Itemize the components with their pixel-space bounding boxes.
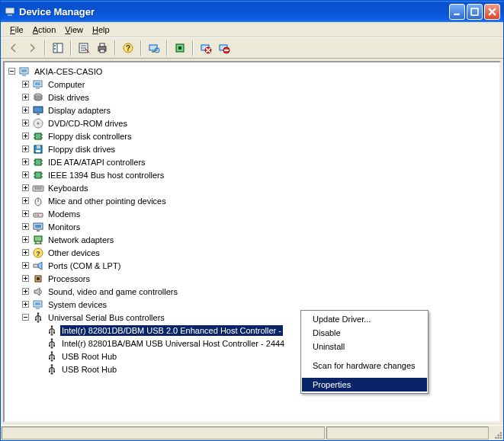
properties-button[interactable] [75, 40, 92, 56]
expand-icon[interactable] [20, 196, 30, 206]
tree-category-node[interactable]: Mice and other pointing devices [6, 194, 498, 207]
window-title: Device Manager [19, 6, 448, 18]
tree-category-node[interactable]: Disk drives [6, 91, 498, 104]
tree-node-label: USB Root Hub [60, 364, 118, 375]
tree-node-label: AKIA-CES-CASIO [33, 66, 104, 77]
tree-category-node[interactable]: Network adapters [6, 233, 498, 246]
tree-node-label: Disk drives [47, 92, 91, 103]
context-disable[interactable]: Disable [302, 326, 427, 340]
help-button[interactable]: ? [120, 40, 136, 56]
expand-icon[interactable] [20, 183, 30, 193]
collapse-icon[interactable] [20, 312, 30, 323]
context-properties[interactable]: Properties [302, 378, 427, 391]
keyboard-icon [32, 182, 44, 194]
tree-node-label: Computer [47, 79, 86, 90]
uninstall-button[interactable] [216, 40, 233, 56]
expand-icon[interactable] [20, 299, 30, 310]
svg-rect-13 [100, 43, 104, 46]
toolbar-separator [192, 40, 194, 56]
menu-action[interactable]: Action [28, 24, 61, 36]
context-update-driver[interactable]: Update Driver... [302, 312, 427, 326]
expand-icon[interactable] [20, 144, 30, 155]
menu-view[interactable]: View [60, 24, 88, 36]
tree-category-node[interactable]: System devices [6, 298, 498, 311]
tree-category-node[interactable]: IEEE 1394 Bus host controllers [6, 168, 498, 181]
collapse-icon[interactable] [6, 66, 17, 77]
expand-icon[interactable] [20, 105, 30, 116]
minimize-button[interactable] [449, 4, 465, 20]
tree-category-node[interactable]: Keyboards [6, 181, 498, 194]
tree-category-node[interactable]: Display adapters [6, 104, 498, 117]
tree-category-node[interactable]: Floppy disk drives [6, 142, 498, 155]
device-tree[interactable]: AKIA-CES-CASIOComputerDisk drivesDisplay… [3, 61, 501, 423]
cpu-icon [32, 273, 44, 285]
tree-node-label: Display adapters [47, 105, 112, 116]
svg-rect-151 [498, 437, 499, 439]
titlebar[interactable]: Device Manager [1, 1, 503, 22]
svg-point-149 [53, 370, 55, 372]
close-button[interactable] [484, 4, 500, 20]
tree-node-label: USB Root Hub [60, 351, 118, 362]
tree-category-node[interactable]: Ports (COM & LPT) [6, 259, 498, 272]
maximize-button[interactable] [467, 4, 483, 20]
svg-rect-3 [471, 8, 478, 15]
chip-icon [32, 169, 44, 181]
tree-category-node[interactable]: Modems [6, 207, 498, 220]
expand-icon[interactable] [20, 157, 30, 168]
tree-node-label: Floppy disk drives [47, 144, 117, 155]
svg-rect-70 [35, 159, 41, 165]
svg-point-147 [51, 364, 53, 366]
display-icon [32, 104, 44, 117]
resize-grip[interactable] [490, 427, 502, 439]
expand-icon[interactable] [20, 79, 30, 90]
expand-icon[interactable] [20, 260, 30, 271]
tree-node-label: IDE ATA/ATAPI controllers [47, 157, 147, 168]
expand-icon[interactable] [20, 248, 30, 258]
tree-category-node[interactable]: IDE ATA/ATAPI controllers [6, 155, 498, 168]
toolbar: ? [1, 37, 503, 59]
context-scan-hardware[interactable]: Scan for hardware changes [302, 359, 427, 372]
expand-icon[interactable] [20, 286, 30, 297]
svg-rect-78 [35, 172, 41, 178]
tree-category-node[interactable]: Sound, video and game controllers [6, 285, 498, 298]
tree-category-node[interactable]: ?Other devices [6, 246, 498, 259]
tree-node-label: Network adapters [47, 235, 115, 245]
print-button[interactable] [94, 40, 111, 56]
expand-icon[interactable] [20, 170, 30, 181]
question-icon: ? [32, 247, 44, 259]
context-separator [303, 356, 425, 356]
expand-icon[interactable] [20, 235, 30, 245]
forward-button [24, 40, 40, 56]
expand-icon[interactable] [20, 273, 30, 284]
tree-node-label: Modems [47, 209, 82, 219]
expand-icon[interactable] [20, 131, 30, 142]
tree-node-label: Monitors [47, 222, 82, 232]
scan-hardware-button[interactable] [146, 40, 162, 56]
svg-rect-7 [54, 48, 56, 50]
tree-category-node[interactable]: Monitors [6, 220, 498, 233]
svg-rect-0 [5, 8, 14, 14]
expand-icon[interactable] [20, 92, 30, 103]
svg-rect-18 [152, 51, 155, 53]
menu-help[interactable]: Help [88, 24, 114, 36]
tree-category-node[interactable]: Processors [6, 272, 498, 285]
tree-category-node[interactable]: Floppy disk controllers [6, 129, 498, 142]
tree-category-node[interactable]: Computer [6, 78, 498, 91]
menu-file[interactable]: File [5, 24, 28, 36]
svg-rect-131 [35, 302, 40, 305]
expand-icon[interactable] [20, 209, 30, 219]
expand-icon[interactable] [20, 118, 30, 129]
update-driver-button[interactable] [172, 40, 188, 56]
svg-rect-154 [498, 435, 499, 436]
context-uninstall[interactable]: Uninstall [302, 340, 427, 353]
disable-button[interactable] [197, 40, 214, 56]
tree-category-node[interactable]: DVD/CD-ROM drives [6, 117, 498, 129]
svg-rect-66 [36, 150, 40, 152]
tree-root-node[interactable]: AKIA-CES-CASIO [6, 65, 498, 78]
svg-rect-136 [35, 319, 37, 321]
show-hide-tree-button[interactable] [50, 40, 66, 56]
toolbar-separator [140, 40, 142, 56]
expand-icon[interactable] [20, 222, 30, 232]
svg-point-141 [51, 338, 53, 340]
svg-point-146 [53, 357, 55, 359]
